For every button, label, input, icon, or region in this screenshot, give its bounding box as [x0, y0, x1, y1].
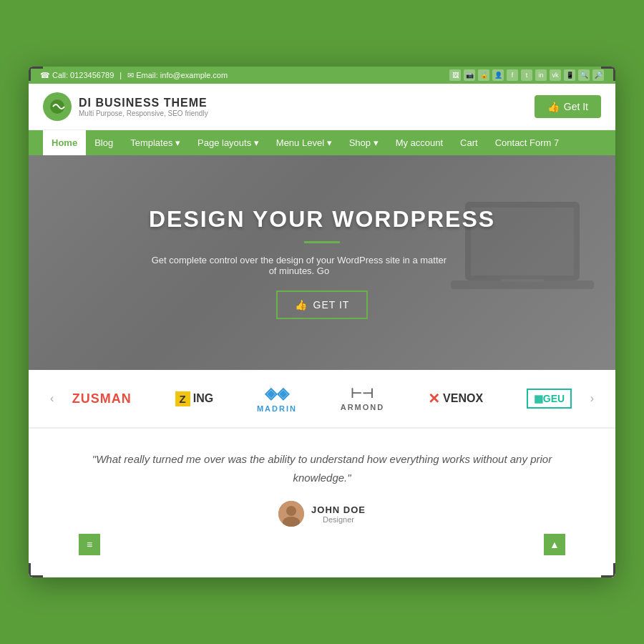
brand-name: DI BUSINESS THEME — [79, 97, 208, 109]
zusman-logo-text: ZUSMAN — [72, 391, 132, 406]
social-icon-9[interactable]: 📱 — [564, 69, 575, 81]
author-name: JOHN DOE — [311, 504, 366, 515]
email-text: ✉ Email: info@example.com — [127, 71, 228, 80]
madrin-logo-icon: ◈◈ — [265, 384, 289, 403]
partner-armond: ⊢⊣ ARMOND — [341, 386, 385, 411]
partner-geu: ▦GEU — [527, 389, 572, 409]
logo-text: DI BUSINESS THEME Multi Purpose, Respons… — [79, 97, 208, 117]
site-header: DI BUSINESS THEME Multi Purpose, Respons… — [29, 84, 615, 130]
social-icon-7[interactable]: in — [535, 69, 547, 81]
nav-blog[interactable]: Blog — [86, 130, 122, 155]
madrin-logo-text: MADRIN — [257, 404, 297, 413]
hero-cta-label: GET IT — [313, 299, 350, 311]
logo-area: DI BUSINESS THEME Multi Purpose, Respons… — [43, 92, 208, 121]
hero-cta-icon: 👍 — [295, 299, 308, 311]
nav-home[interactable]: Home — [43, 130, 86, 155]
testimonial-quote: "What really turned me over was the abil… — [72, 450, 572, 487]
tagline: Multi Purpose, Responsive, SEO friendly — [79, 109, 208, 117]
hero-cta-button[interactable]: 👍 GET IT — [276, 291, 369, 319]
testimonial-section: "What really turned me over was the abil… — [29, 429, 615, 577]
top-bar: ☎ Call: 0123456789 | ✉ Email: info@examp… — [29, 67, 615, 84]
zing-logo-text: ING — [193, 392, 213, 405]
partner-zusman: ZUSMAN — [72, 391, 132, 406]
testimonial-footer: ≡ ▲ — [72, 534, 572, 555]
partners-section: ‹ ZUSMAN Z ING ◈◈ MADRIN ⊢⊣ ARMOND ✕ VEN… — [29, 370, 615, 428]
armond-logo-text: ARMOND — [341, 403, 385, 411]
hero-heading: DESIGN YOUR WORDPRESS — [149, 206, 495, 233]
hero-content: DESIGN YOUR WORDPRESS Get complete contr… — [120, 206, 524, 319]
hero-subtext: Get complete control over the design of … — [149, 255, 449, 276]
nav-cart[interactable]: Cart — [452, 130, 487, 155]
partner-madrin: ◈◈ MADRIN — [257, 384, 297, 413]
top-bar-right: 🖼 📷 🔒 👤 f t in vk 📱 🔍 🔎 — [449, 69, 604, 81]
logo-icon — [43, 92, 72, 121]
svg-point-0 — [50, 99, 64, 114]
social-icon-10[interactable]: 🔍 — [578, 69, 590, 81]
social-icon-6[interactable]: t — [521, 69, 532, 81]
social-icon-3[interactable]: 🔒 — [478, 69, 489, 81]
testimonial-author: JOHN DOE Designer — [72, 501, 572, 527]
svg-point-6 — [286, 506, 296, 516]
partners-next-button[interactable]: › — [590, 392, 594, 405]
header-cta-label: Get It — [564, 101, 588, 112]
nav-contact-form[interactable]: Contact Form 7 — [487, 130, 568, 155]
nav-shop[interactable]: Shop ▾ — [341, 130, 387, 155]
social-icon-5[interactable]: f — [507, 69, 518, 81]
partner-logos: ZUSMAN Z ING ◈◈ MADRIN ⊢⊣ ARMOND ✕ VENOX… — [54, 384, 590, 413]
armond-logo-icon: ⊢⊣ — [351, 386, 374, 401]
author-avatar — [278, 501, 304, 527]
phone-text: ☎ Call: 0123456789 — [40, 71, 114, 80]
testimonial-prev-button[interactable]: ≡ — [79, 534, 100, 555]
thumbs-up-icon: 👍 — [547, 101, 560, 112]
hero-section: DESIGN YOUR WORDPRESS Get complete contr… — [29, 155, 615, 370]
nav-page-layouts[interactable]: Page layouts ▾ — [189, 130, 268, 155]
corner-bl — [29, 563, 43, 577]
hero-divider — [304, 241, 340, 243]
partner-venox: ✕ VENOX — [428, 390, 483, 407]
venox-logo-icon: ✕ — [428, 390, 440, 407]
corner-tr — [601, 67, 615, 81]
browser-frame: ☎ Call: 0123456789 | ✉ Email: info@examp… — [29, 67, 615, 577]
corner-tl — [29, 67, 43, 81]
social-icon-8[interactable]: vk — [550, 69, 561, 81]
header-get-it-button[interactable]: 👍 Get It — [535, 95, 601, 118]
social-icon-1[interactable]: 🖼 — [449, 69, 461, 81]
separator: | — [119, 71, 122, 79]
nav-my-account[interactable]: My account — [387, 130, 452, 155]
author-role: Designer — [311, 515, 366, 524]
venox-logo-text: VENOX — [443, 392, 483, 405]
corner-br — [601, 563, 615, 577]
zing-logo-icon: Z — [175, 391, 190, 406]
main-nav: Home Blog Templates ▾ Page layouts ▾ Men… — [29, 130, 615, 155]
nav-templates[interactable]: Templates ▾ — [122, 130, 189, 155]
testimonial-next-button[interactable]: ▲ — [544, 534, 565, 555]
social-icon-2[interactable]: 📷 — [464, 69, 475, 81]
partner-zing: Z ING — [175, 391, 214, 406]
top-bar-left: ☎ Call: 0123456789 | ✉ Email: info@examp… — [40, 71, 228, 80]
author-info: JOHN DOE Designer — [311, 504, 366, 524]
social-icon-4[interactable]: 👤 — [492, 69, 504, 81]
nav-menu-level[interactable]: Menu Level ▾ — [268, 130, 341, 155]
geu-logo-text: ▦GEU — [527, 389, 572, 409]
